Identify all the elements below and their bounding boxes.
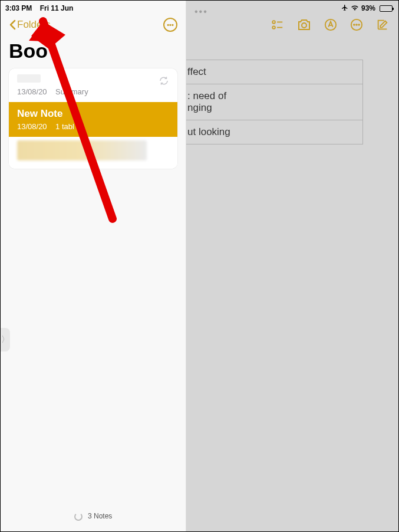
note-list-item-selected[interactable]: New Note 13/08/20 1 tabl [9, 102, 177, 137]
sync-spinner-icon [74, 513, 83, 521]
camera-icon[interactable] [297, 18, 311, 34]
table-cell[interactable]: : need of nging [186, 84, 362, 120]
blurred-content [17, 140, 147, 160]
battery-icon [380, 5, 393, 12]
note-list-item[interactable]: 13/08/20 Summary [9, 68, 177, 102]
folders-back-button[interactable]: Folders [9, 19, 51, 31]
note-body[interactable]: ffect : need of nging ut looking [186, 60, 363, 145]
back-label: Folders [17, 19, 51, 31]
table-cell[interactable]: ffect [186, 60, 362, 84]
sync-icon [159, 75, 169, 88]
note-list-item-blurred[interactable] [9, 137, 177, 169]
note-detail-pane: ••• ffect : need of nging ut looking [186, 1, 398, 531]
note-preview: 1 tabl [55, 122, 74, 131]
swipe-handle[interactable]: 〉 [1, 328, 10, 352]
detail-toolbar [271, 18, 389, 34]
note-date: 13/08/20 [17, 87, 47, 96]
note-title: New Note [17, 108, 169, 120]
svg-point-4 [302, 23, 306, 28]
note-count: 3 Notes [88, 512, 112, 520]
note-date: 13/08/20 [17, 122, 47, 131]
note-table[interactable]: ffect : need of nging ut looking [186, 60, 363, 145]
chevron-left-icon [9, 19, 16, 30]
sidebar-footer: 3 Notes [1, 512, 186, 521]
airplane-icon [341, 4, 348, 13]
sidebar-more-button[interactable]: ••• [163, 18, 177, 32]
table-cell[interactable]: ut looking [186, 120, 362, 144]
wifi-icon [351, 4, 359, 12]
svg-point-8 [356, 24, 357, 25]
sidebar-title: Boo [1, 36, 186, 68]
compose-icon[interactable] [376, 18, 389, 34]
notes-list: 13/08/20 Summary New Note 13/08/20 1 tab… [9, 68, 177, 169]
note-preview: Summary [55, 87, 88, 96]
note-title [17, 74, 41, 83]
status-time: 3:03 PM [5, 4, 32, 12]
status-date: Fri 11 Jun [40, 4, 74, 12]
svg-point-7 [354, 24, 355, 25]
checklist-icon[interactable] [271, 18, 284, 34]
svg-point-0 [272, 21, 275, 24]
status-bar: 3:03 PM Fri 11 Jun 93% [1, 3, 398, 14]
markup-icon[interactable] [324, 18, 337, 34]
battery-text: 93% [361, 4, 375, 12]
detail-more-button[interactable] [350, 18, 363, 34]
sidebar: Folders ••• Boo 13/08/20 Summary New Not… [1, 1, 186, 531]
svg-point-2 [272, 26, 275, 29]
svg-point-9 [358, 24, 360, 25]
